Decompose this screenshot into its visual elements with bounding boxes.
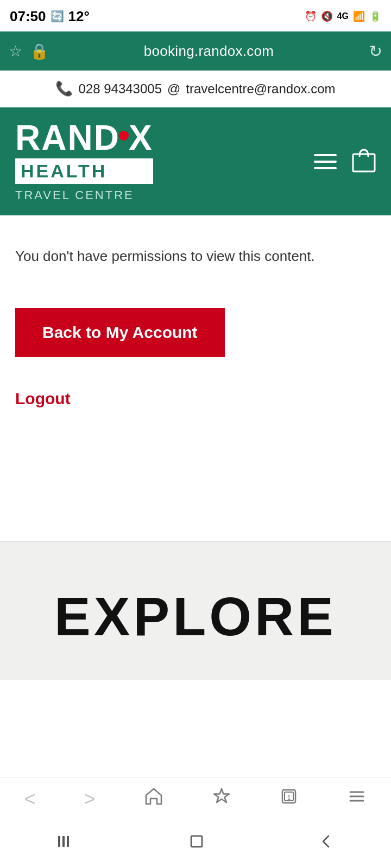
android-home-icon[interactable] xyxy=(188,833,205,854)
browser-nav: < > 1 xyxy=(0,777,391,820)
logo[interactable]: RAND X HEALTH TRAVEL CENTRE xyxy=(15,120,153,202)
menu-button[interactable] xyxy=(314,154,337,169)
browser-reload-icon[interactable]: ↻ xyxy=(369,42,382,61)
back-to-account-button[interactable]: Back to My Account xyxy=(15,308,225,357)
logo-text-randox: RAND xyxy=(15,120,120,155)
android-back-icon[interactable] xyxy=(319,834,334,853)
status-temp: 12° xyxy=(68,8,90,25)
svg-rect-11 xyxy=(62,836,65,847)
browser-bar: ☆ 🔒 booking.randox.com ↻ xyxy=(0,31,391,71)
logo-text-ox: X xyxy=(129,120,153,155)
logo-travel-text: TRAVEL CENTRE xyxy=(15,188,153,202)
alarm-icon: ⏰ xyxy=(305,10,317,22)
svg-rect-12 xyxy=(67,836,69,847)
explore-title: EXPLORE xyxy=(15,585,376,648)
contact-bar: 📞 028 94343005 @ travelcentre@randox.com xyxy=(0,71,391,107)
android-recents-icon[interactable] xyxy=(57,834,74,853)
svg-rect-10 xyxy=(58,836,60,847)
phone-icon: 📞 xyxy=(55,80,73,97)
browser-lock-icon: 🔒 xyxy=(30,42,49,60)
nav-tabs-icon[interactable]: 1 xyxy=(279,787,299,811)
browser-favorite-icon[interactable]: ☆ xyxy=(9,42,22,60)
status-left: 07:50 🔄 12° xyxy=(10,8,90,25)
logo-health-text: HEALTH xyxy=(21,161,107,181)
permission-message: You don't have permissions to view this … xyxy=(15,248,376,265)
network-icon: 4G xyxy=(337,11,349,21)
nav-bookmarks-icon[interactable] xyxy=(212,787,231,811)
svg-rect-0 xyxy=(353,154,375,171)
svg-text:1: 1 xyxy=(288,795,291,801)
nav-forward-icon[interactable]: > xyxy=(84,788,96,810)
browser-url[interactable]: booking.randox.com xyxy=(56,43,361,60)
logo-dot xyxy=(119,131,129,141)
signal-icon: 📶 xyxy=(353,10,365,22)
nav-menu-icon[interactable] xyxy=(347,787,367,811)
explore-section: EXPLORE xyxy=(0,541,391,680)
sync-icon: 🔄 xyxy=(51,10,64,23)
phone-number[interactable]: 028 94343005 xyxy=(78,81,162,97)
site-header: RAND X HEALTH TRAVEL CENTRE xyxy=(0,107,391,215)
logout-link[interactable]: Logout xyxy=(15,390,376,408)
header-icons xyxy=(314,145,376,178)
android-nav xyxy=(0,820,391,868)
svg-rect-13 xyxy=(191,836,202,847)
battery-icon: 🔋 xyxy=(369,10,381,22)
cart-button[interactable] xyxy=(352,145,376,178)
status-right: ⏰ 🔇 4G 📶 🔋 xyxy=(305,10,381,22)
status-time: 07:50 xyxy=(10,8,46,25)
mute-icon: 🔇 xyxy=(321,10,333,22)
logo-health-bar: HEALTH xyxy=(15,158,153,184)
email-address[interactable]: travelcentre@randox.com xyxy=(186,81,335,97)
logo-randox: RAND X xyxy=(15,120,153,155)
nav-back-icon[interactable]: < xyxy=(24,788,35,810)
status-bar: 07:50 🔄 12° ⏰ 🔇 4G 📶 🔋 xyxy=(0,0,391,31)
at-separator: @ xyxy=(167,81,180,97)
nav-home-icon[interactable] xyxy=(144,787,163,811)
main-content: You don't have permissions to view this … xyxy=(0,215,391,541)
